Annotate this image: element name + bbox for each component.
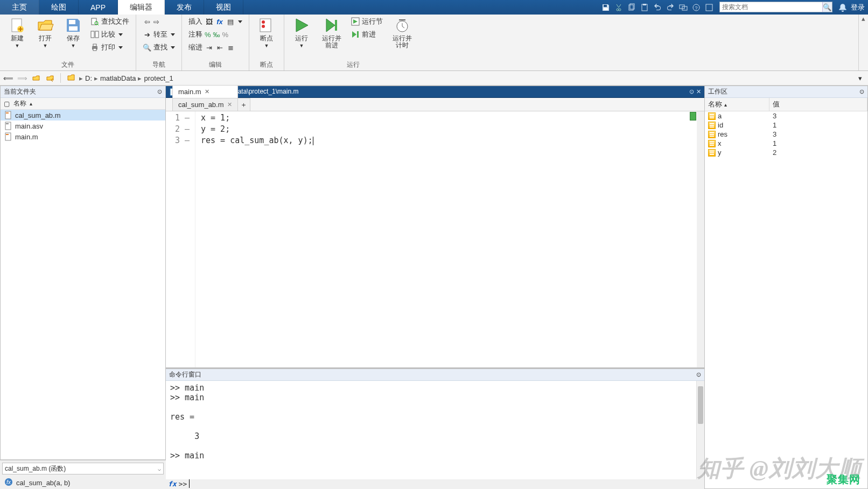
main-tabstrip: 主页 绘图 APP 编辑器 发布 视图 ? 🔍 登录 [0, 0, 868, 15]
advance-button[interactable]: 前进 [349, 29, 385, 40]
scrollbar[interactable] [696, 381, 704, 479]
svg-point-25 [262, 25, 265, 28]
svg-rect-13 [69, 20, 75, 24]
file-item[interactable]: main.m [1, 131, 165, 142]
search-input[interactable] [720, 3, 822, 11]
close-icon[interactable]: ✕ [227, 101, 232, 108]
code-editor[interactable]: 1 –2 –3 – x = 1;y = 2;res = cal_sum_ab(x… [166, 111, 704, 367]
svg-point-24 [262, 20, 265, 24]
find-button[interactable]: 🔍查找 [141, 41, 177, 53]
workspace-title: 工作区⊙ [705, 86, 867, 98]
goto-button[interactable]: ➔转至 [141, 29, 177, 40]
close-icon[interactable]: ✕ [205, 88, 209, 95]
nav-recent-icon[interactable] [44, 72, 56, 84]
addr-drop-icon[interactable]: ▾ [854, 72, 866, 84]
tab-plot[interactable]: 绘图 [39, 0, 79, 15]
breadcrumb[interactable]: ▸D: ▸matlabData ▸protect_1 [79, 74, 173, 82]
fx-icon[interactable]: fx [168, 480, 177, 488]
variable-icon [708, 112, 716, 120]
svg-rect-23 [260, 19, 271, 32]
workspace-var[interactable]: id1 [705, 121, 867, 130]
ws-menu-icon[interactable]: ⊙ [859, 88, 864, 95]
svg-rect-18 [91, 31, 94, 38]
workspace-var[interactable]: a3 [705, 111, 867, 121]
current-folder-title: 当前文件夹⊙ [1, 86, 165, 98]
new-button[interactable]: 新建▼ [4, 16, 30, 49]
find-files-button[interactable]: 查找文件 [88, 16, 131, 27]
svg-text:fx: fx [6, 479, 11, 485]
addons-icon[interactable] [703, 2, 715, 13]
variable-icon [708, 131, 716, 138]
command-window[interactable]: >> main >> main res = 3 >> main [166, 381, 704, 479]
comment-button[interactable]: 注释 % ‰ % [186, 29, 244, 40]
run-advance-button[interactable]: 运行并 前进 [317, 16, 347, 50]
variable-icon [708, 149, 716, 157]
function-icon: fx [4, 478, 13, 488]
notifications-icon[interactable] [838, 3, 848, 12]
quick-access-toolbar: ? [598, 0, 717, 15]
svg-rect-19 [95, 31, 99, 38]
svg-rect-14 [69, 26, 78, 31]
cmd-menu-icon[interactable]: ⊙ [696, 371, 701, 378]
tab-home[interactable]: 主页 [0, 0, 39, 15]
svg-rect-28 [357, 31, 359, 38]
editor-dock-icon[interactable]: ⊙ [689, 88, 694, 95]
editor-close-icon[interactable]: ✕ [696, 88, 701, 95]
svg-rect-21 [93, 44, 96, 46]
ribbon-group-file: 新建▼ 打开▼ 保存▼ 查找文件 比较 打印 文件 [0, 15, 136, 70]
search-box[interactable]: 🔍 [719, 2, 832, 12]
file-browser[interactable]: ▢名称▴ cal_sum_ab.mmain.asvmain.m [1, 98, 165, 459]
breakpoints-button[interactable]: 断点▼ [254, 16, 279, 49]
indent-button[interactable]: 缩进 ⇥ ⇤ ≣ [186, 41, 244, 53]
editor-tab[interactable]: cal_sum_ab.m✕ [172, 98, 238, 111]
ribbon: 新建▼ 打开▼ 保存▼ 查找文件 比较 打印 文件 ⇦⇨ ➔转至 🔍查找 导航 … [0, 15, 868, 71]
compare-button[interactable]: 比较 [88, 29, 131, 40]
insert-button[interactable]: 插入 🖾 fx ▤ [186, 16, 244, 27]
add-tab-button[interactable]: ＋ [237, 98, 250, 111]
tab-editor[interactable]: 编辑器 [118, 0, 165, 15]
file-item[interactable]: main.asv [1, 121, 165, 131]
svg-rect-22 [93, 48, 96, 51]
workspace-var[interactable]: y2 [705, 148, 867, 157]
open-button[interactable]: 打开▼ [32, 16, 58, 49]
svg-rect-33 [6, 123, 9, 124]
nav-up-icon[interactable] [30, 72, 42, 84]
cut-icon[interactable] [613, 2, 625, 13]
save-button[interactable]: 保存▼ [60, 16, 86, 49]
undo-icon[interactable] [652, 2, 663, 13]
switch-windows-icon[interactable] [677, 2, 689, 13]
run-section-button[interactable]: 运行节 [349, 16, 385, 27]
workspace-var[interactable]: res3 [705, 130, 867, 139]
run-button[interactable]: 运行▼ [289, 16, 314, 49]
workspace-table[interactable]: 名称 ▴值 a3id1res3x1y2 [705, 98, 867, 488]
save-icon[interactable] [600, 2, 612, 13]
cmd-prompt[interactable]: >> [179, 480, 187, 488]
address-bar: ⟸ ⟹ ▸D: ▸matlabData ▸protect_1 ▾ [0, 71, 868, 86]
svg-rect-10 [706, 4, 712, 11]
panel-menu-icon[interactable]: ⊙ [157, 88, 162, 95]
ribbon-collapse-icon[interactable]: ▴ [858, 15, 868, 70]
svg-rect-26 [335, 20, 337, 31]
help-icon[interactable]: ? [690, 2, 702, 13]
workspace-var[interactable]: x1 [705, 139, 867, 148]
nav-fwd-icon[interactable]: ⟹ [16, 72, 28, 84]
details-combo[interactable]: cal_sum_ab.m (函数)⌵ [2, 463, 164, 474]
nav-back-icon[interactable]: ⟸ [2, 72, 14, 84]
drive-icon[interactable] [65, 72, 77, 84]
login-link[interactable]: 登录 [851, 3, 865, 12]
redo-icon[interactable] [664, 2, 676, 13]
nav-back[interactable]: ⇦⇨ [141, 16, 177, 27]
run-time-button[interactable]: 运行并 计时 [387, 16, 417, 50]
file-item[interactable]: cal_sum_ab.m [1, 110, 165, 121]
tab-publish[interactable]: 发布 [165, 0, 204, 15]
search-icon[interactable]: 🔍 [822, 2, 832, 12]
tab-view[interactable]: 视图 [204, 0, 243, 15]
editor-tab[interactable]: main.m✕ [172, 85, 238, 98]
svg-line-17 [97, 24, 99, 25]
tab-app[interactable]: APP [79, 0, 118, 15]
copy-icon[interactable] [626, 2, 638, 13]
code-analyzer-indicator[interactable] [690, 112, 696, 121]
paste-icon[interactable] [639, 2, 650, 13]
print-button[interactable]: 打印 [88, 41, 131, 53]
variable-icon [708, 140, 716, 147]
